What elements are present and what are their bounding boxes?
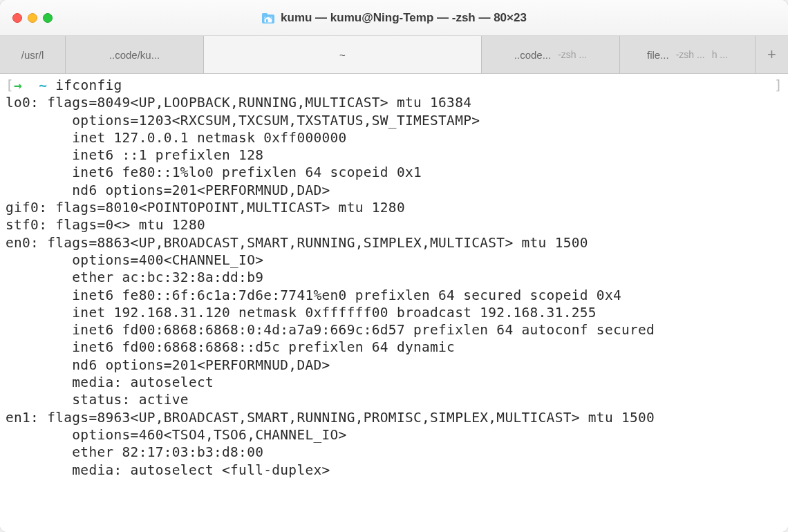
output-line: gif0: flags=8010<POINTOPOINT,MULTICAST> …: [6, 200, 405, 216]
traffic-lights: [12, 13, 53, 23]
title-wrap: kumu — kumu@Ning-Temp — -zsh — 80×23: [0, 11, 788, 25]
prompt-arrow-icon: →: [14, 77, 22, 93]
tab-sublabel: -zsh ...: [558, 49, 587, 60]
tab-label: ~: [339, 49, 346, 61]
tab-label: file...: [647, 49, 669, 61]
tab-code-ku[interactable]: ..code/ku...: [66, 36, 204, 73]
output-line: media: autoselect <full-duplex>: [6, 462, 330, 478]
tab-home[interactable]: ~: [204, 36, 482, 73]
tab-tail: h ...: [712, 49, 728, 60]
svg-rect-3: [266, 19, 268, 23]
terminal-content[interactable]: [→ ~ ifconfig] lo0: flags=8049<UP,LOOPBA…: [0, 74, 788, 532]
tabbar: /usr/l ..code/ku... ~ ..code... -zsh ...…: [0, 36, 788, 74]
output-line: inet 192.168.31.120 netmask 0xffffff00 b…: [6, 305, 597, 321]
output-line: ether 82:17:03:b3:d8:00: [6, 444, 263, 460]
tab-label: /usr/l: [21, 49, 44, 61]
window-title: kumu — kumu@Ning-Temp — -zsh — 80×23: [281, 11, 527, 25]
output-line: inet6 ::1 prefixlen 128: [6, 147, 263, 163]
output-line: en1: flags=8963<UP,BROADCAST,SMART,RUNNI…: [6, 410, 655, 426]
prompt-cwd: ~: [39, 77, 47, 93]
tab-code[interactable]: ..code... -zsh ...: [482, 36, 620, 73]
tab-label: ..code/ku...: [109, 49, 160, 61]
tab-label: ..code...: [514, 49, 551, 61]
output-line: inet 127.0.0.1 netmask 0xff000000: [6, 130, 347, 146]
prompt-close-bracket: ]: [774, 77, 782, 94]
tab-file[interactable]: file... -zsh ... h ...: [620, 36, 755, 73]
close-button[interactable]: [12, 13, 22, 23]
tab-sublabel: -zsh ...: [676, 49, 705, 60]
prompt-open-bracket: [: [6, 77, 14, 93]
output-line: en0: flags=8863<UP,BROADCAST,SMART,RUNNI…: [6, 235, 588, 251]
output-line: ether ac:bc:32:8a:dd:b9: [6, 269, 263, 285]
output-line: media: autoselect: [6, 374, 214, 390]
output-line: inet6 fd00:6868:6868:0:4d:a7a9:669c:6d57…: [6, 322, 655, 338]
output-line: lo0: flags=8049<UP,LOOPBACK,RUNNING,MULT…: [6, 95, 471, 111]
minimize-button[interactable]: [28, 13, 37, 23]
terminal-window: kumu — kumu@Ning-Temp — -zsh — 80×23 /us…: [0, 0, 788, 532]
output-line: inet6 fd00:6868:6868::d5c prefixlen 64 d…: [6, 339, 455, 355]
output-line: nd6 options=201<PERFORMNUD,DAD>: [6, 182, 330, 198]
tab-usr[interactable]: /usr/l: [0, 36, 66, 73]
output-line: status: active: [6, 392, 189, 408]
home-folder-icon: [261, 11, 275, 25]
output-line: options=400<CHANNEL_IO>: [6, 252, 263, 268]
new-tab-button[interactable]: +: [755, 36, 788, 73]
output-line: nd6 options=201<PERFORMNUD,DAD>: [6, 357, 330, 373]
output-line: inet6 fe80::1%lo0 prefixlen 64 scopeid 0…: [6, 164, 422, 180]
command-input: ifconfig: [55, 77, 122, 93]
svg-rect-1: [262, 13, 268, 16]
output-line: options=460<TSO4,TSO6,CHANNEL_IO>: [6, 427, 347, 443]
titlebar: kumu — kumu@Ning-Temp — -zsh — 80×23: [0, 0, 788, 36]
output-line: options=1203<RXCSUM,TXCSUM,TXSTATUS,SW_T…: [6, 113, 480, 129]
maximize-button[interactable]: [43, 13, 53, 23]
plus-icon: +: [767, 46, 776, 64]
output-line: inet6 fe80::6f:6c1a:7d6e:7741%en0 prefix…: [6, 287, 621, 303]
output-line: stf0: flags=0<> mtu 1280: [6, 217, 205, 233]
